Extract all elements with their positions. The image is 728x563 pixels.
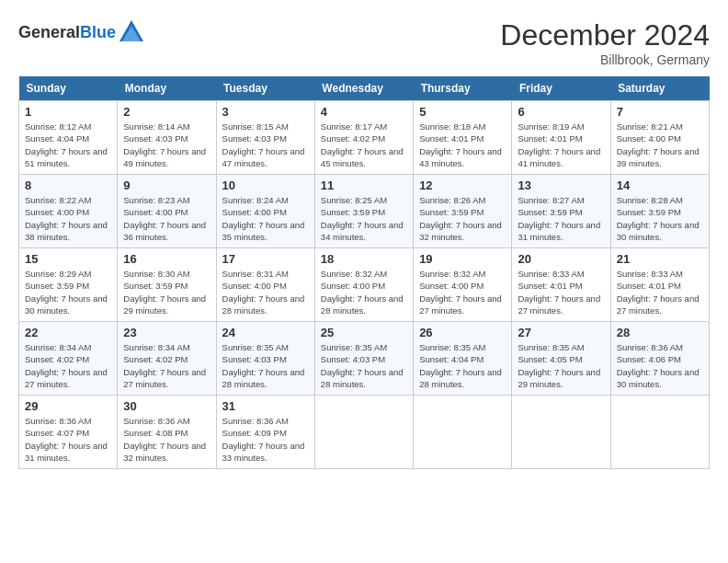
day-info: Sunrise: 8:15 AMSunset: 4:03 PMDaylight:… (222, 121, 305, 168)
day-info: Sunrise: 8:35 AMSunset: 4:04 PMDaylight:… (419, 342, 502, 389)
calendar-day-cell: 13 Sunrise: 8:27 AMSunset: 3:59 PMDaylig… (512, 175, 610, 248)
logo-icon (118, 18, 145, 46)
day-number: 5 (419, 105, 506, 119)
week-row-3: 15 Sunrise: 8:29 AMSunset: 3:59 PMDaylig… (19, 248, 710, 322)
title-section: December 2024 Billbrook, Germany (500, 18, 710, 67)
day-info: Sunrise: 8:36 AMSunset: 4:09 PMDaylight:… (222, 416, 305, 463)
calendar-day-cell: 31 Sunrise: 8:36 AMSunset: 4:09 PMDaylig… (216, 396, 314, 469)
day-number: 7 (617, 105, 703, 119)
day-info: Sunrise: 8:33 AMSunset: 4:01 PMDaylight:… (617, 269, 700, 316)
day-number: 30 (123, 399, 210, 413)
day-info: Sunrise: 8:22 AMSunset: 4:00 PMDaylight:… (25, 195, 108, 242)
day-info: Sunrise: 8:25 AMSunset: 3:59 PMDaylight:… (321, 195, 404, 242)
day-info: Sunrise: 8:18 AMSunset: 4:01 PMDaylight:… (419, 121, 502, 168)
calendar-day-cell: 12 Sunrise: 8:26 AMSunset: 3:59 PMDaylig… (414, 175, 512, 248)
day-number: 17 (222, 252, 309, 266)
calendar-day-cell: 30 Sunrise: 8:36 AMSunset: 4:08 PMDaylig… (118, 396, 216, 469)
day-number: 20 (518, 252, 604, 266)
day-info: Sunrise: 8:21 AMSunset: 4:00 PMDaylight:… (617, 121, 700, 168)
calendar-day-cell: 2 Sunrise: 8:14 AMSunset: 4:03 PMDayligh… (118, 101, 216, 175)
calendar-day-cell: 24 Sunrise: 8:35 AMSunset: 4:03 PMDaylig… (216, 322, 314, 396)
day-info: Sunrise: 8:36 AMSunset: 4:06 PMDaylight:… (617, 342, 700, 389)
day-number: 24 (222, 326, 309, 339)
day-info: Sunrise: 8:19 AMSunset: 4:01 PMDaylight:… (518, 121, 600, 168)
col-monday: Monday (118, 76, 216, 101)
col-thursday: Thursday (414, 76, 512, 101)
calendar-table: Sunday Monday Tuesday Wednesday Thursday… (18, 76, 710, 469)
week-row-5: 29 Sunrise: 8:36 AMSunset: 4:07 PMDaylig… (19, 396, 710, 469)
day-number: 16 (123, 252, 210, 266)
week-row-1: 1 Sunrise: 8:12 AMSunset: 4:04 PMDayligh… (19, 101, 710, 175)
day-info: Sunrise: 8:33 AMSunset: 4:01 PMDaylight:… (518, 269, 600, 316)
day-number: 15 (25, 252, 111, 266)
day-number: 29 (25, 399, 111, 413)
calendar-day-cell: 26 Sunrise: 8:35 AMSunset: 4:04 PMDaylig… (414, 322, 512, 396)
day-number: 10 (222, 178, 309, 192)
day-info: Sunrise: 8:32 AMSunset: 4:00 PMDaylight:… (419, 269, 502, 316)
day-number: 2 (123, 105, 210, 119)
day-number: 22 (25, 326, 111, 339)
col-sunday: Sunday (19, 76, 118, 101)
day-info: Sunrise: 8:17 AMSunset: 4:02 PMDaylight:… (321, 121, 404, 168)
empty-cell (314, 396, 413, 469)
day-info: Sunrise: 8:28 AMSunset: 3:59 PMDaylight:… (617, 195, 700, 242)
day-number: 27 (518, 326, 604, 339)
location-subtitle: Billbrook, Germany (500, 52, 710, 67)
calendar-day-cell: 15 Sunrise: 8:29 AMSunset: 3:59 PMDaylig… (19, 248, 118, 322)
day-number: 26 (419, 326, 506, 339)
day-number: 25 (321, 326, 407, 339)
day-number: 21 (617, 252, 703, 266)
day-number: 31 (222, 399, 309, 413)
day-info: Sunrise: 8:34 AMSunset: 4:02 PMDaylight:… (123, 342, 206, 389)
calendar-day-cell: 4 Sunrise: 8:17 AMSunset: 4:02 PMDayligh… (314, 101, 413, 175)
day-info: Sunrise: 8:23 AMSunset: 4:00 PMDaylight:… (123, 195, 206, 242)
day-info: Sunrise: 8:14 AMSunset: 4:03 PMDaylight:… (123, 121, 206, 168)
day-info: Sunrise: 8:12 AMSunset: 4:04 PMDaylight:… (25, 121, 108, 168)
day-info: Sunrise: 8:32 AMSunset: 4:00 PMDaylight:… (321, 269, 404, 316)
empty-cell (610, 396, 709, 469)
day-number: 3 (222, 105, 309, 119)
day-number: 28 (617, 326, 703, 339)
month-title: December 2024 (500, 18, 710, 52)
day-number: 14 (617, 178, 703, 192)
day-info: Sunrise: 8:26 AMSunset: 3:59 PMDaylight:… (419, 195, 502, 242)
calendar-day-cell: 6 Sunrise: 8:19 AMSunset: 4:01 PMDayligh… (512, 101, 610, 175)
day-info: Sunrise: 8:27 AMSunset: 3:59 PMDaylight:… (518, 195, 600, 242)
day-info: Sunrise: 8:36 AMSunset: 4:07 PMDaylight:… (25, 416, 108, 463)
empty-cell (414, 396, 512, 469)
calendar-day-cell: 7 Sunrise: 8:21 AMSunset: 4:00 PMDayligh… (610, 101, 709, 175)
logo-blue-text: Blue (80, 23, 116, 41)
calendar-day-cell: 9 Sunrise: 8:23 AMSunset: 4:00 PMDayligh… (118, 175, 216, 248)
calendar-day-cell: 10 Sunrise: 8:24 AMSunset: 4:00 PMDaylig… (216, 175, 314, 248)
col-tuesday: Tuesday (216, 76, 314, 101)
day-number: 9 (123, 178, 210, 192)
calendar-day-cell: 21 Sunrise: 8:33 AMSunset: 4:01 PMDaylig… (610, 248, 709, 322)
day-number: 6 (518, 105, 604, 119)
calendar-day-cell: 29 Sunrise: 8:36 AMSunset: 4:07 PMDaylig… (19, 396, 118, 469)
col-wednesday: Wednesday (314, 76, 413, 101)
calendar-day-cell: 28 Sunrise: 8:36 AMSunset: 4:06 PMDaylig… (610, 322, 709, 396)
calendar-day-cell: 16 Sunrise: 8:30 AMSunset: 3:59 PMDaylig… (118, 248, 216, 322)
logo-general-text: General (18, 23, 80, 41)
day-info: Sunrise: 8:31 AMSunset: 4:00 PMDaylight:… (222, 269, 305, 316)
week-row-4: 22 Sunrise: 8:34 AMSunset: 4:02 PMDaylig… (19, 322, 710, 396)
day-number: 1 (25, 105, 111, 119)
day-info: Sunrise: 8:29 AMSunset: 3:59 PMDaylight:… (25, 269, 108, 316)
day-info: Sunrise: 8:36 AMSunset: 4:08 PMDaylight:… (123, 416, 206, 463)
day-info: Sunrise: 8:34 AMSunset: 4:02 PMDaylight:… (25, 342, 108, 389)
day-number: 19 (419, 252, 506, 266)
col-friday: Friday (512, 76, 610, 101)
day-number: 4 (321, 105, 407, 119)
day-number: 12 (419, 178, 506, 192)
day-info: Sunrise: 8:35 AMSunset: 4:03 PMDaylight:… (222, 342, 305, 389)
calendar-day-cell: 25 Sunrise: 8:35 AMSunset: 4:03 PMDaylig… (314, 322, 413, 396)
calendar-day-cell: 27 Sunrise: 8:35 AMSunset: 4:05 PMDaylig… (512, 322, 610, 396)
day-number: 18 (321, 252, 407, 266)
col-saturday: Saturday (610, 76, 709, 101)
day-number: 13 (518, 178, 604, 192)
calendar-day-cell: 22 Sunrise: 8:34 AMSunset: 4:02 PMDaylig… (19, 322, 118, 396)
calendar-day-cell: 18 Sunrise: 8:32 AMSunset: 4:00 PMDaylig… (314, 248, 413, 322)
day-number: 11 (321, 178, 407, 192)
calendar-day-cell: 1 Sunrise: 8:12 AMSunset: 4:04 PMDayligh… (19, 101, 118, 175)
day-number: 23 (123, 326, 210, 339)
